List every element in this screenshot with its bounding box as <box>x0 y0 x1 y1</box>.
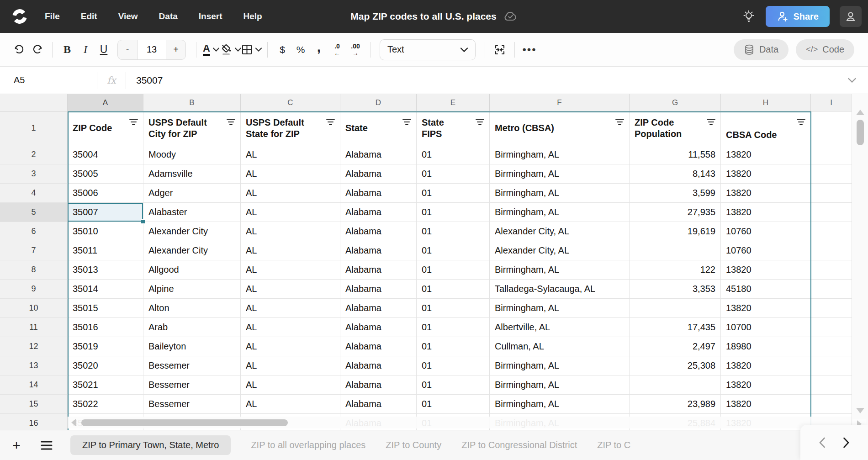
document-title[interactable]: Map ZIP codes to all U.S. places <box>350 11 496 22</box>
filter-icon[interactable] <box>615 117 625 128</box>
menu-item-help[interactable]: Help <box>243 11 262 21</box>
sheet-tab[interactable]: ZIP to County <box>386 440 441 450</box>
cell[interactable]: Birmingham, AL <box>490 299 630 318</box>
cell[interactable]: AL <box>241 280 340 299</box>
cell[interactable]: Bessemer <box>143 375 241 395</box>
cell[interactable]: Birmingham, AL <box>490 375 630 395</box>
menu-item-file[interactable]: File <box>45 11 60 21</box>
cell[interactable]: Birmingham, AL <box>490 164 630 184</box>
cell[interactable]: Bessemer <box>143 356 241 375</box>
header-cell[interactable]: USPS Default State for ZIP <box>241 111 340 145</box>
cell[interactable] <box>630 375 721 395</box>
cell[interactable]: Birmingham, AL <box>490 145 630 164</box>
cell[interactable]: 01 <box>417 164 490 184</box>
cell[interactable]: Alabama <box>340 395 417 414</box>
row-number[interactable]: 9 <box>0 280 68 299</box>
increase-decimal-button[interactable]: .00→ <box>346 40 365 60</box>
sheet-tab[interactable]: ZIP to all overlapping places <box>251 440 365 450</box>
font-size-value[interactable]: 13 <box>137 40 166 59</box>
filter-icon[interactable] <box>796 117 806 128</box>
cell[interactable]: 122 <box>630 260 721 280</box>
empty-cell[interactable] <box>811 164 852 184</box>
cell[interactable]: 17,435 <box>630 318 721 337</box>
cell[interactable]: 01 <box>417 203 490 222</box>
empty-cell[interactable] <box>811 241 852 260</box>
header-cell[interactable]: State FIPS <box>417 111 490 145</box>
cell[interactable]: Alabama <box>340 184 417 203</box>
empty-cell[interactable] <box>811 203 852 222</box>
cell[interactable]: AL <box>241 337 340 356</box>
row-number[interactable]: 10 <box>0 299 68 318</box>
row-number[interactable]: 12 <box>0 337 68 356</box>
column-header-H[interactable]: H <box>721 94 811 111</box>
filter-icon[interactable] <box>475 117 485 128</box>
decrease-decimal-button[interactable]: .0← <box>328 40 346 60</box>
sheet-list-button[interactable] <box>37 435 57 455</box>
cell[interactable]: 45180 <box>721 280 811 299</box>
cell[interactable]: 13820 <box>721 395 811 414</box>
menu-item-edit[interactable]: Edit <box>81 11 97 21</box>
cell[interactable]: Alabama <box>340 375 417 395</box>
column-header-E[interactable]: E <box>417 94 490 111</box>
cell[interactable]: Birmingham, AL <box>490 184 630 203</box>
row-number[interactable]: 1 <box>0 111 68 145</box>
cell[interactable]: 01 <box>417 280 490 299</box>
cell[interactable]: 01 <box>417 145 490 164</box>
empty-cell[interactable] <box>811 280 852 299</box>
tips-lightbulb-icon[interactable] <box>742 10 756 23</box>
empty-cell[interactable] <box>811 145 852 164</box>
sheet-tab[interactable]: ZIP to Congressional District <box>461 440 577 450</box>
more-options-button[interactable]: ••• <box>520 40 539 60</box>
cell[interactable]: Alabama <box>340 241 417 260</box>
fill-handle[interactable] <box>141 219 145 224</box>
cell[interactable]: 13820 <box>721 375 811 395</box>
scroll-down-arrow[interactable] <box>856 408 864 413</box>
cell[interactable] <box>630 241 721 260</box>
horizontal-scrollbar[interactable] <box>68 417 852 428</box>
empty-cell[interactable] <box>811 356 852 375</box>
row-number[interactable]: 3 <box>0 164 68 184</box>
cell[interactable]: Adger <box>143 184 241 203</box>
number-format-select[interactable]: Text <box>380 39 476 60</box>
header-cell[interactable]: ZIP Code Population <box>630 111 721 145</box>
vertical-scrollbar[interactable] <box>852 94 868 430</box>
cell[interactable]: Arab <box>143 318 241 337</box>
cell[interactable]: 11,558 <box>630 145 721 164</box>
cell[interactable]: Alabama <box>340 280 417 299</box>
cell-reference-box[interactable]: A5 <box>0 75 97 85</box>
row-number[interactable]: 15 <box>0 395 68 414</box>
cell[interactable]: 10700 <box>721 318 811 337</box>
header-cell[interactable]: Metro (CBSA) <box>490 111 630 145</box>
cell[interactable]: 13820 <box>721 299 811 318</box>
column-header-C[interactable]: C <box>241 94 340 111</box>
cell[interactable]: 2,497 <box>630 337 721 356</box>
row-number[interactable]: 11 <box>0 318 68 337</box>
scroll-left-arrow[interactable] <box>71 419 76 426</box>
cell[interactable]: 01 <box>417 222 490 241</box>
empty-cell[interactable] <box>811 318 852 337</box>
cell[interactable]: Alabama <box>340 318 417 337</box>
select-all-corner[interactable] <box>0 94 68 111</box>
cell[interactable]: AL <box>241 356 340 375</box>
row-number[interactable]: 6 <box>0 222 68 241</box>
cell[interactable]: AL <box>241 299 340 318</box>
empty-cell[interactable] <box>811 299 852 318</box>
cell[interactable] <box>630 299 721 318</box>
cell[interactable]: 18980 <box>721 337 811 356</box>
cell[interactable]: 35004 <box>68 145 143 164</box>
cell[interactable]: 01 <box>417 184 490 203</box>
cell[interactable]: Alpine <box>143 280 241 299</box>
merge-cells-button[interactable] <box>491 40 509 60</box>
column-header-I[interactable]: I <box>811 94 852 111</box>
empty-cell[interactable] <box>811 222 852 241</box>
column-header-B[interactable]: B <box>143 94 241 111</box>
empty-cell[interactable] <box>811 184 852 203</box>
currency-format-button[interactable]: $ <box>273 40 291 60</box>
cell[interactable]: Alabama <box>340 203 417 222</box>
cell[interactable]: 27,935 <box>630 203 721 222</box>
cell[interactable]: Birmingham, AL <box>490 260 630 280</box>
code-panel-button[interactable]: </> Code <box>796 39 854 60</box>
cell[interactable]: 01 <box>417 318 490 337</box>
cell[interactable]: AL <box>241 145 340 164</box>
profile-button[interactable] <box>840 6 862 27</box>
